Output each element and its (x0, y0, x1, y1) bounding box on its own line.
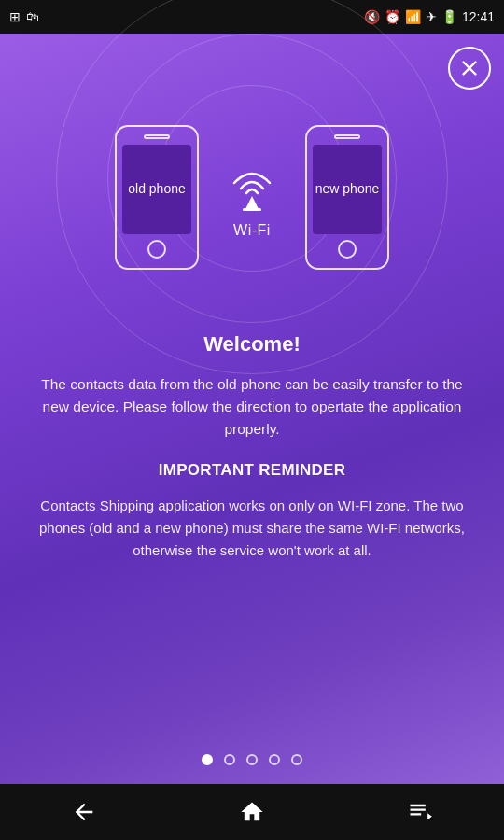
recents-button[interactable] (385, 791, 455, 833)
wifi-tower-icon (227, 155, 277, 218)
dot-3[interactable] (246, 754, 258, 765)
old-phone-label: old phone (128, 180, 186, 197)
time-display: 12:41 (462, 9, 495, 24)
alarm-icon: ⏰ (385, 9, 400, 24)
wifi-label: Wi-Fi (233, 222, 271, 239)
back-button[interactable] (49, 791, 119, 833)
bag-icon: 🛍 (26, 9, 39, 24)
close-button[interactable] (448, 47, 491, 90)
new-phone: new phone (305, 125, 389, 270)
status-right-icons: 🔇 ⏰ 📶 ✈ 🔋 12:41 (364, 9, 495, 24)
dot-2[interactable] (224, 754, 235, 765)
text-content: Welcome! The contacts data from the old … (0, 323, 504, 737)
status-left-icons: ⊞ 🛍 (9, 9, 39, 24)
dot-5[interactable] (291, 754, 302, 765)
battery-icon: 🔋 (441, 9, 457, 24)
new-phone-home-button (338, 240, 357, 259)
old-phone-screen: old phone (122, 145, 191, 234)
old-phone: old phone (115, 125, 199, 270)
nav-bar (0, 784, 504, 840)
illustration-area: old phone (0, 34, 504, 323)
old-phone-speaker (144, 134, 170, 139)
new-phone-screen: new phone (313, 145, 382, 234)
new-phone-label: new phone (315, 180, 380, 197)
main-content: old phone (0, 34, 504, 784)
wifi-tower: Wi-Fi (227, 155, 277, 239)
page-dots (202, 737, 302, 784)
grid-icon: ⊞ (9, 9, 21, 24)
dot-1[interactable] (202, 754, 213, 765)
wifi-icon: 📶 (405, 9, 421, 24)
svg-marker-2 (245, 196, 259, 209)
phones-row: old phone (115, 125, 389, 270)
reminder-title: IMPORTANT REMINDER (34, 461, 470, 480)
new-phone-speaker (334, 134, 360, 139)
home-button[interactable] (217, 791, 287, 833)
airplane-icon: ✈ (426, 9, 437, 24)
old-phone-home-button (147, 240, 166, 259)
reminder-text: Contacts Shipping application works on o… (34, 495, 470, 562)
svg-rect-3 (243, 208, 261, 211)
dot-4[interactable] (269, 754, 280, 765)
description-text: The contacts data from the old phone can… (34, 373, 470, 441)
